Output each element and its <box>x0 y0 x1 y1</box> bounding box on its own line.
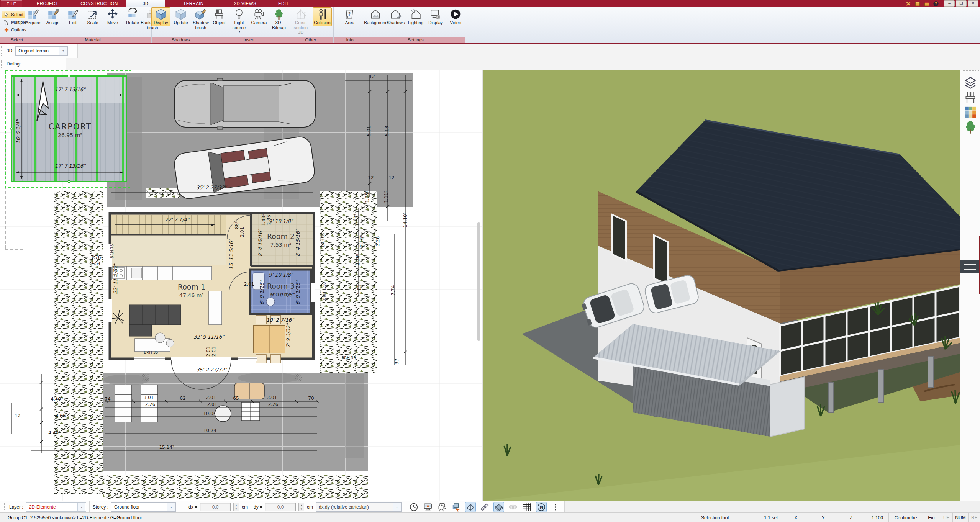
ribbon-area-button[interactable]: ?Area <box>340 7 359 26</box>
ribbon-object-button[interactable]: Object <box>210 7 229 26</box>
view-mode-label: 3D <box>7 48 12 54</box>
tab-3d[interactable]: 3D <box>126 0 165 7</box>
clock-icon[interactable] <box>408 502 419 512</box>
view-3d[interactable] <box>483 70 960 501</box>
toolbar-grip[interactable] <box>184 503 186 511</box>
dialog-toolbar-row: Dialog: <box>0 58 980 70</box>
ribbon-3d-bitmap-button[interactable]: 3D-Bitmap <box>269 7 288 31</box>
dimension-label: 65 <box>233 396 239 401</box>
materials-palette-icon[interactable] <box>963 105 978 119</box>
restore-button[interactable]: ❐ <box>956 0 967 7</box>
tab-construction[interactable]: CONSTRUCTION <box>72 0 126 7</box>
ribbon-video-button[interactable]: Video <box>446 7 465 26</box>
storey-label: Storey : <box>93 504 108 510</box>
dy-input[interactable]: 0.0 <box>265 503 296 511</box>
ribbon-scale-button[interactable]: Scale <box>83 7 102 26</box>
multi-icon <box>3 19 10 25</box>
chevron-down-icon[interactable]: ▾ <box>167 503 175 511</box>
dy-stepper[interactable]: ▲▼ <box>298 503 304 511</box>
dx-stepper[interactable]: ▲▼ <box>233 503 239 511</box>
dimension-label: 14.10⁵ <box>403 212 408 227</box>
strip-handle[interactable] <box>960 260 980 273</box>
objects-chair-icon[interactable] <box>963 90 978 104</box>
roof-plane-icon[interactable] <box>465 502 476 512</box>
ribbon-label: Shadows <box>387 20 405 25</box>
status-ein: Ein <box>923 513 940 522</box>
ribbon-shadow-brush-button[interactable]: Shadow brush <box>191 7 210 31</box>
ribbon-light-source-button[interactable]: Light source▾ <box>229 7 249 34</box>
tab-2d-views[interactable]: 2D VIEWS <box>222 0 268 7</box>
terrain-panel: 3D Original terrain ▾ <box>0 44 78 58</box>
tab-terrain[interactable]: TERRAIN <box>165 0 222 7</box>
toolbar-grip[interactable] <box>4 503 7 511</box>
tab-project[interactable]: PROJECT <box>23 0 72 7</box>
ribbon-camera-button[interactable]: Camera <box>249 7 269 26</box>
layer-group: Layer : 2D-Elemente ▾ <box>0 501 90 513</box>
dimension-label: 1.01 <box>357 285 362 295</box>
strip-grip[interactable] <box>962 70 979 74</box>
movie-camera-icon[interactable] <box>437 502 447 512</box>
ribbon-shadows-button[interactable]: Shadows <box>386 7 405 26</box>
layer-combo[interactable]: 2D-Elemente ▾ <box>26 502 86 512</box>
roads-icon[interactable] <box>479 502 490 512</box>
more-dots-icon[interactable] <box>550 502 561 512</box>
north-icon[interactable]: N <box>536 502 547 512</box>
plants-tree-icon[interactable] <box>963 120 978 134</box>
chevron-down-icon[interactable]: ▾ <box>59 47 67 55</box>
camtri-icon <box>253 8 265 20</box>
dimension-label: BRH 35 <box>341 356 356 360</box>
ribbon-move-button[interactable]: Move <box>103 7 122 26</box>
ribbon-assign-button[interactable]: Assign <box>43 7 62 26</box>
ribbon-lighting-button[interactable]: Lighting <box>406 7 425 26</box>
layers-move-icon[interactable] <box>451 502 462 512</box>
tools-icon[interactable] <box>905 1 912 7</box>
dimension-label: 2.01 <box>239 227 245 237</box>
ribbon-display-button[interactable]: Display <box>151 7 170 26</box>
ribbon-label: Rotate <box>126 20 139 25</box>
ribbon-rotate-button[interactable]: Rotate <box>123 7 142 26</box>
dx-input[interactable]: 0.0 <box>200 503 231 511</box>
plus-icon <box>3 27 10 33</box>
tab-edit[interactable]: EDIT <box>268 0 299 7</box>
grid-icon[interactable] <box>522 502 533 512</box>
ribbon-acquire-button[interactable]: Acquire <box>23 7 43 26</box>
cursor-icon <box>3 11 10 18</box>
box2-icon[interactable] <box>923 1 931 7</box>
help-icon[interactable]: ? <box>932 1 940 7</box>
ribbon-collision-button[interactable]: Collision <box>313 7 332 26</box>
storey-combo[interactable]: Ground floor ▾ <box>111 502 176 512</box>
coord-mode-combo[interactable]: dx,dy (relative cartesian) ▾ <box>316 502 402 512</box>
cube-icon <box>155 8 167 20</box>
plan-2d-view[interactable]: 17' 7 13/16"17' 7 13/16"16' 5 1/4"35' 2 … <box>0 70 482 501</box>
dimension-label: 2.01 <box>207 402 218 407</box>
tab-file[interactable]: FILE <box>1 0 22 7</box>
toolbar-grip[interactable] <box>1 46 3 56</box>
slab-icon[interactable] <box>493 502 504 512</box>
status-centimetre: Centimetre <box>888 513 923 522</box>
svg-text:?: ? <box>935 1 937 6</box>
contours-icon[interactable] <box>508 502 518 512</box>
options-button[interactable]: Options <box>2 26 28 34</box>
ribbon-update-button[interactable]: Update <box>171 7 190 26</box>
terrain-combo[interactable]: Original terrain ▾ <box>15 46 68 56</box>
ribbon-edit-button[interactable]: Edit <box>63 7 82 26</box>
plan-scrollbar[interactable] <box>477 222 480 341</box>
monitor-star-icon[interactable] <box>423 502 433 512</box>
close-button[interactable]: × <box>968 0 978 7</box>
toolbar-grip[interactable] <box>1 60 3 68</box>
dimension-label: 7' 9 3/32" <box>285 322 291 348</box>
ribbon-cross-section-3d-button[interactable]: Cross section 3D <box>290 7 312 36</box>
ribbon-background-button[interactable]: Background <box>366 7 385 26</box>
ribbon-group-caption: Select <box>0 37 34 43</box>
chevron-down-icon[interactable]: ▾ <box>77 503 85 511</box>
dimension-label: 5.01 <box>366 126 372 136</box>
ribbon-display-button[interactable]: Display <box>426 7 445 26</box>
room-area-label: 26.95 m² <box>58 132 82 138</box>
select-button[interactable]: Select <box>2 11 25 18</box>
room-area-label: 7.53 m² <box>270 242 292 248</box>
rotate-icon <box>127 8 138 20</box>
layers-icon[interactable] <box>963 75 978 89</box>
minimize-button[interactable]: – <box>944 0 955 7</box>
box-icon[interactable] <box>914 1 921 7</box>
dimension-label: 6' 9 1/16" <box>259 280 265 305</box>
